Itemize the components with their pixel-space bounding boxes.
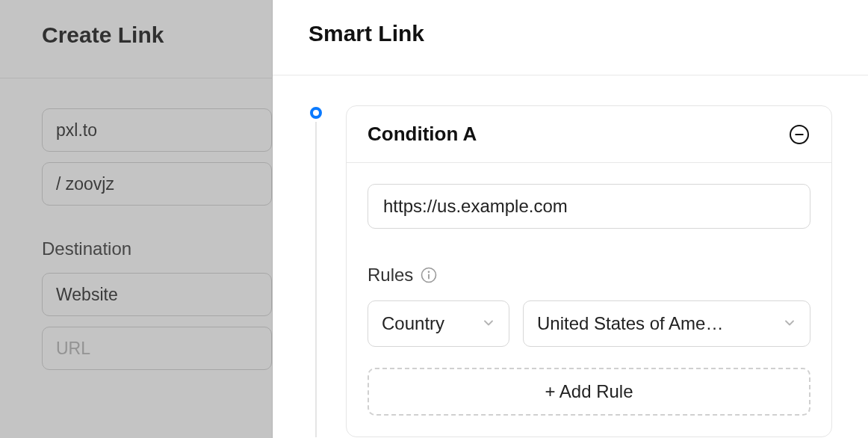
rule-value-select[interactable]: United States of Ame…: [523, 300, 810, 347]
destination-type-select[interactable]: Website: [42, 273, 272, 316]
timeline-dot-icon: [310, 107, 322, 119]
path-field-value: / zoovjz: [56, 174, 114, 194]
rule-value-text: United States of Ame…: [537, 313, 732, 334]
chevron-down-icon: [783, 313, 796, 334]
add-rule-label: + Add Rule: [545, 381, 633, 402]
condition-title: Condition A: [368, 123, 477, 146]
rules-label: Rules: [368, 265, 413, 286]
destination-type-value: Website: [56, 285, 118, 305]
create-link-title: Create Link: [42, 22, 272, 48]
path-field[interactable]: / zoovjz: [42, 162, 272, 206]
minus-circle-icon: [789, 124, 810, 145]
smart-link-panel: Smart Link Condition A: [273, 0, 868, 438]
domain-field[interactable]: pxl.to: [42, 108, 272, 152]
destination-url-field[interactable]: URL: [42, 327, 272, 370]
condition-url-input[interactable]: https://us.example.com: [368, 184, 810, 229]
chevron-down-icon: [482, 313, 495, 334]
condition-card: Condition A https://us.example.com Rules: [346, 105, 832, 437]
destination-url-placeholder: URL: [56, 339, 90, 359]
remove-condition-button[interactable]: [788, 123, 810, 146]
create-link-panel: Create Link pxl.to / zoovjz Destination …: [0, 0, 273, 438]
domain-field-value: pxl.to: [56, 120, 97, 141]
svg-rect-4: [428, 274, 430, 280]
destination-label: Destination: [42, 238, 272, 259]
rule-type-select[interactable]: Country: [368, 300, 509, 347]
add-rule-button[interactable]: + Add Rule: [368, 368, 810, 416]
condition-url-value: https://us.example.com: [383, 196, 568, 217]
svg-point-3: [428, 271, 430, 274]
rule-row: Country United States of Ame…: [368, 300, 810, 347]
smart-link-title: Smart Link: [309, 21, 832, 46]
timeline: [309, 105, 323, 437]
rule-type-value: Country: [382, 313, 453, 334]
timeline-line: [315, 122, 317, 437]
info-icon[interactable]: [421, 267, 437, 283]
